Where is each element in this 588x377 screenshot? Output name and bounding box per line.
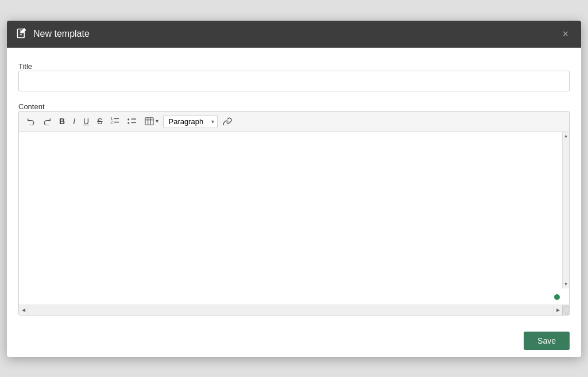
table-button-wrapper: ▾ <box>141 115 162 128</box>
scroll-v-track <box>563 140 569 280</box>
horizontal-scrollbar: ◀ ▶ <box>19 305 569 315</box>
modal-header: New template × <box>7 21 581 48</box>
editor-toolbar: B I U S 1. 2. <box>19 111 569 132</box>
content-label: Content <box>18 102 45 111</box>
table-chevron-icon: ▾ <box>156 118 158 124</box>
title-label: Title <box>18 62 32 71</box>
editor-textarea[interactable] <box>19 132 562 288</box>
scroll-down-arrow[interactable]: ▼ <box>563 280 570 288</box>
scroll-left-arrow[interactable]: ◀ <box>19 305 28 315</box>
save-button[interactable]: Save <box>524 332 570 350</box>
scroll-h-track <box>28 305 553 315</box>
close-button[interactable]: × <box>559 28 572 40</box>
svg-rect-9 <box>145 118 153 125</box>
content-field-group: Content <box>18 102 570 316</box>
svg-point-5 <box>128 118 130 120</box>
underline-button[interactable]: U <box>80 115 92 128</box>
undo-button[interactable] <box>24 115 38 128</box>
editor-wrapper: B I U S 1. 2. <box>18 111 570 316</box>
paragraph-select-container: Paragraph Heading 1 Heading 2 Heading 3 … <box>163 115 218 128</box>
scroll-corner <box>562 305 569 316</box>
modal-title: New template <box>33 29 90 39</box>
scroll-up-arrow[interactable]: ▲ <box>563 132 570 140</box>
header-left: New template <box>16 28 90 41</box>
svg-rect-2 <box>114 118 119 120</box>
italic-button[interactable]: I <box>69 115 79 128</box>
vertical-scrollbar[interactable]: ▲ ▼ <box>562 132 569 288</box>
table-button[interactable]: ▾ <box>141 115 162 128</box>
scroll-right-arrow[interactable]: ▶ <box>553 305 562 315</box>
title-input[interactable] <box>18 71 570 91</box>
bold-button[interactable]: B <box>56 115 68 128</box>
redo-button[interactable] <box>40 115 55 128</box>
editor-content-area: ▲ ▼ <box>19 132 569 305</box>
ordered-list-button[interactable]: 1. 2. <box>107 115 123 128</box>
strikethrough-button[interactable]: S <box>94 115 106 128</box>
link-button[interactable] <box>219 115 236 128</box>
svg-rect-6 <box>131 118 137 120</box>
svg-text:2.: 2. <box>111 120 114 124</box>
new-template-modal: New template × Title Content <box>7 21 581 357</box>
svg-point-7 <box>128 122 130 124</box>
svg-rect-4 <box>114 122 119 123</box>
paragraph-select[interactable]: Paragraph Heading 1 Heading 2 Heading 3 … <box>163 115 218 128</box>
modal-body: Title Content <box>7 48 581 325</box>
svg-rect-8 <box>131 122 137 124</box>
title-field-group: Title <box>18 61 570 102</box>
green-status-dot <box>554 294 560 300</box>
edit-document-icon <box>16 28 28 41</box>
modal-footer: Save <box>7 325 581 357</box>
unordered-list-button[interactable] <box>124 115 140 128</box>
